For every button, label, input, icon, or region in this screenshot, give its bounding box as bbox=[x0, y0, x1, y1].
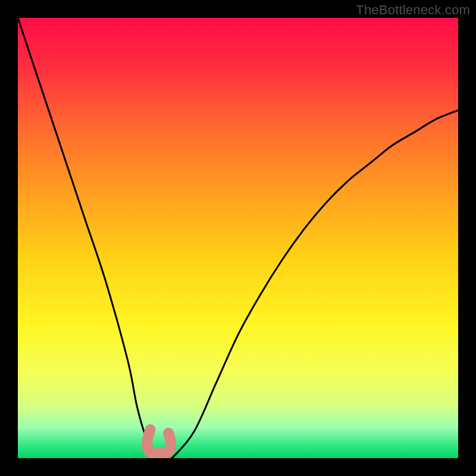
plot-area bbox=[18, 18, 458, 458]
chart-frame: TheBottleneck.com bbox=[0, 0, 476, 476]
bottleneck-curve bbox=[18, 18, 458, 458]
watermark-label: TheBottleneck.com bbox=[356, 2, 470, 18]
